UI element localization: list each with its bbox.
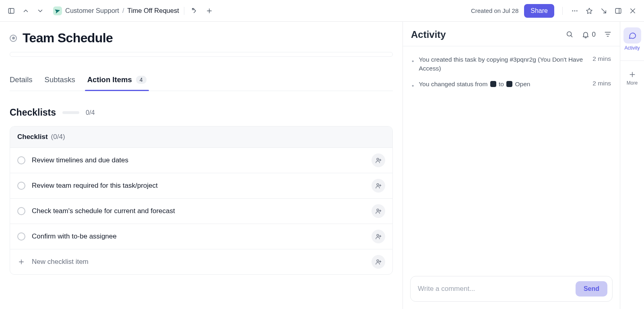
plus-icon xyxy=(17,258,25,266)
activity-panel: Activity 0 • You created this task by co… xyxy=(402,22,620,309)
checklists-title: Checklists xyxy=(10,107,56,118)
divider xyxy=(184,7,184,15)
checkbox-icon[interactable] xyxy=(17,182,25,190)
rail-activity-tab[interactable]: Activity xyxy=(623,27,641,51)
activity-feed: • You created this task by copying #3pqn… xyxy=(403,46,620,271)
tabs: Details Subtasks Action Items 4 xyxy=(10,71,393,91)
send-button[interactable]: Send xyxy=(576,281,607,297)
new-checklist-item[interactable]: New checklist item xyxy=(10,249,392,274)
notification-count: 0 xyxy=(592,31,596,39)
tab-action-items-label: Action Items xyxy=(87,75,132,84)
plus-icon xyxy=(628,71,636,79)
activity-search-button[interactable] xyxy=(566,30,574,39)
breadcrumb-separator: / xyxy=(122,7,124,15)
status-chip-from xyxy=(490,81,496,87)
checklist-item[interactable]: Confirm with to-be assignee xyxy=(10,224,392,249)
checklists-progress-bar xyxy=(62,111,79,114)
assign-user-button[interactable] xyxy=(372,179,385,193)
breadcrumb-current[interactable]: Time Off Request xyxy=(127,7,179,15)
checklist-item-label: Review timelines and due dates xyxy=(32,156,128,164)
breadcrumb: Customer Support / Time Off Request xyxy=(53,6,179,15)
checklist-item[interactable]: Check team's schedule for current and fo… xyxy=(10,199,392,224)
activity-entry-text: You changed status from to Open xyxy=(419,80,588,89)
status-chip-to xyxy=(506,81,512,87)
checkbox-icon[interactable] xyxy=(17,232,25,241)
close-button[interactable] xyxy=(627,5,638,17)
svg-point-6 xyxy=(377,184,379,186)
svg-point-3 xyxy=(576,10,578,11)
svg-point-5 xyxy=(377,158,379,160)
svg-point-9 xyxy=(377,260,379,262)
next-task-button[interactable] xyxy=(35,5,46,17)
breadcrumb-space[interactable]: Customer Support xyxy=(65,7,119,15)
toggle-panel-button[interactable] xyxy=(613,5,624,17)
assign-user-button[interactable] xyxy=(372,153,385,167)
divider xyxy=(562,7,563,15)
activity-entry-text: You created this task by copying #3pqnr2… xyxy=(419,55,588,73)
checklists-progress-count: 0/4 xyxy=(86,109,95,116)
created-on-label: Created on Jul 28 xyxy=(471,7,518,14)
checklist-item-label: Confirm with to-be assignee xyxy=(32,232,117,241)
main-content: Team Schedule Details Subtasks Action It… xyxy=(0,22,402,309)
bullet-icon: • xyxy=(412,82,414,89)
tab-details[interactable]: Details xyxy=(10,71,33,91)
prev-task-button[interactable] xyxy=(20,5,31,17)
svg-point-8 xyxy=(377,234,379,236)
checklist-item-label: Review team required for this task/proje… xyxy=(32,182,158,190)
activity-entry-time: 2 mins xyxy=(592,80,611,89)
comment-input[interactable] xyxy=(418,285,572,293)
svg-point-7 xyxy=(377,209,379,211)
tab-subtasks[interactable]: Subtasks xyxy=(45,71,75,91)
rail-more-label: More xyxy=(627,80,638,86)
top-bar: Customer Support / Time Off Request Crea… xyxy=(0,0,644,22)
checkbox-icon[interactable] xyxy=(17,156,25,164)
svg-point-1 xyxy=(572,10,573,11)
checkbox-icon[interactable] xyxy=(17,207,25,215)
page-title[interactable]: Team Schedule xyxy=(23,31,113,46)
checklist-card: Checklist (0/4) Review timelines and due… xyxy=(10,126,393,275)
status-indicator[interactable] xyxy=(10,35,17,42)
new-tab-button[interactable] xyxy=(204,5,215,17)
activity-title: Activity xyxy=(411,29,446,40)
svg-rect-0 xyxy=(8,8,14,13)
share-button[interactable]: Share xyxy=(524,4,554,18)
new-checklist-item-label: New checklist item xyxy=(32,258,89,266)
rail-more-button[interactable]: More xyxy=(627,71,638,86)
activity-entry-time: 2 mins xyxy=(592,55,611,73)
favorite-button[interactable] xyxy=(584,5,595,17)
bullet-icon: • xyxy=(412,58,414,73)
activity-notifications-button[interactable]: 0 xyxy=(582,31,596,39)
move-task-button[interactable] xyxy=(189,5,200,17)
assign-user-button[interactable] xyxy=(372,204,385,218)
svg-point-2 xyxy=(574,10,576,11)
activity-filter-button[interactable] xyxy=(604,30,612,39)
svg-rect-4 xyxy=(615,8,621,13)
right-rail: Activity More xyxy=(620,22,644,309)
activity-entry: • You changed status from to Open 2 mins xyxy=(407,77,616,93)
checklist-item[interactable]: Review team required for this task/proje… xyxy=(10,173,392,199)
activity-entry: • You created this task by copying #3pqn… xyxy=(407,52,616,77)
collapsed-fields-card[interactable] xyxy=(10,52,393,57)
checklist-count: (0/4) xyxy=(51,133,65,141)
more-menu-button[interactable] xyxy=(569,5,580,17)
tab-action-items-badge: 4 xyxy=(136,76,147,84)
minimize-button[interactable] xyxy=(598,5,609,17)
chat-icon xyxy=(623,27,641,44)
space-icon xyxy=(53,6,62,15)
checklist-name: Checklist xyxy=(17,133,48,141)
assign-user-button[interactable] xyxy=(372,230,385,243)
tab-action-items[interactable]: Action Items 4 xyxy=(87,71,147,91)
assign-user-button[interactable] xyxy=(372,255,385,269)
sidebar-toggle-button[interactable] xyxy=(6,5,17,17)
checklist-header[interactable]: Checklist (0/4) xyxy=(10,127,392,148)
comment-box: Send xyxy=(410,276,613,302)
rail-activity-label: Activity xyxy=(624,45,640,51)
checklist-item[interactable]: Review timelines and due dates xyxy=(10,148,392,173)
checklist-item-label: Check team's schedule for current and fo… xyxy=(32,207,175,215)
